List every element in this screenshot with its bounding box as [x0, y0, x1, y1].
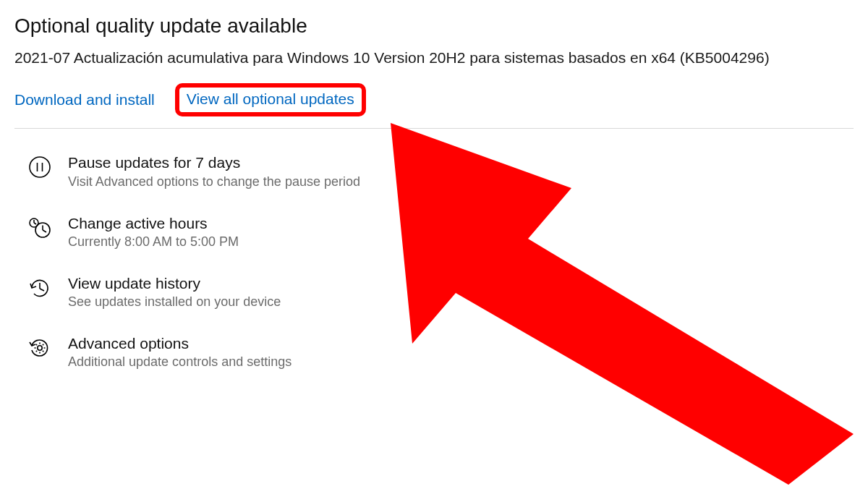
- svg-point-0: [30, 157, 50, 177]
- view-update-history-sub: See updates installed on your device: [68, 294, 281, 310]
- svg-point-11: [38, 346, 42, 350]
- view-update-history-label: View update history: [68, 274, 281, 293]
- advanced-options-sub: Additional update controls and settings: [68, 354, 292, 370]
- advanced-options-icon: [27, 336, 52, 360]
- advanced-options-option[interactable]: Advanced options Additional update contr…: [27, 334, 854, 370]
- pause-updates-option[interactable]: Pause updates for 7 days Visit Advanced …: [27, 153, 854, 189]
- update-options-list: Pause updates for 7 days Visit Advanced …: [14, 153, 854, 370]
- page-title: Optional quality update available: [14, 14, 854, 38]
- pause-updates-label: Pause updates for 7 days: [68, 153, 360, 172]
- download-install-link[interactable]: Download and install: [14, 91, 155, 109]
- view-update-history-option[interactable]: View update history See updates installe…: [27, 274, 854, 310]
- svg-line-8: [34, 223, 36, 224]
- pause-updates-sub: Visit Advanced options to change the pau…: [68, 174, 360, 190]
- change-active-hours-sub: Currently 8:00 AM to 5:00 PM: [68, 234, 239, 250]
- change-active-hours-label: Change active hours: [68, 214, 239, 233]
- section-divider: [14, 128, 854, 129]
- pause-icon: [27, 155, 52, 179]
- change-active-hours-option[interactable]: Change active hours Currently 8:00 AM to…: [27, 214, 854, 250]
- view-all-optional-updates-link[interactable]: View all optional updates: [187, 90, 354, 107]
- advanced-options-label: Advanced options: [68, 334, 292, 353]
- svg-line-5: [43, 230, 46, 232]
- active-hours-icon: [27, 216, 52, 240]
- action-links: Download and install View all optional u…: [14, 83, 854, 116]
- svg-line-10: [40, 289, 44, 291]
- highlight-annotation: View all optional updates: [175, 83, 366, 116]
- history-icon: [27, 276, 52, 300]
- update-description: 2021-07 Actualización acumulativa para W…: [14, 48, 854, 67]
